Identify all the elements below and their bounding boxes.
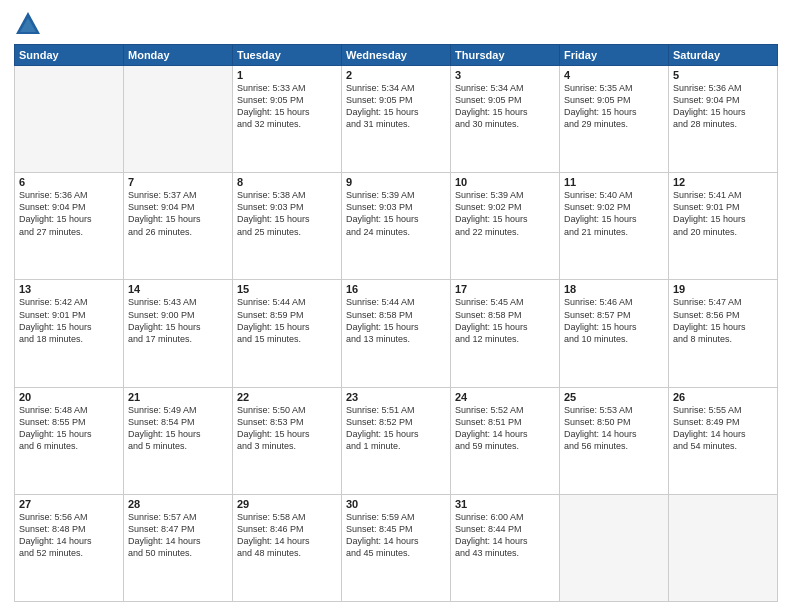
calendar-cell: 24Sunrise: 5:52 AMSunset: 8:51 PMDayligh… [451,387,560,494]
calendar-cell: 9Sunrise: 5:39 AMSunset: 9:03 PMDaylight… [342,173,451,280]
cell-text: Sunrise: 5:36 AMSunset: 9:04 PMDaylight:… [19,189,119,238]
cell-text: Sunrise: 5:41 AMSunset: 9:01 PMDaylight:… [673,189,773,238]
cell-text: Sunrise: 5:40 AMSunset: 9:02 PMDaylight:… [564,189,664,238]
day-number: 19 [673,283,773,295]
cell-text: Sunrise: 5:51 AMSunset: 8:52 PMDaylight:… [346,404,446,453]
day-number: 25 [564,391,664,403]
cell-text: Sunrise: 5:44 AMSunset: 8:59 PMDaylight:… [237,296,337,345]
day-number: 29 [237,498,337,510]
calendar-cell: 10Sunrise: 5:39 AMSunset: 9:02 PMDayligh… [451,173,560,280]
day-number: 5 [673,69,773,81]
day-number: 4 [564,69,664,81]
week-row-5: 27Sunrise: 5:56 AMSunset: 8:48 PMDayligh… [15,494,778,601]
cell-text: Sunrise: 5:39 AMSunset: 9:03 PMDaylight:… [346,189,446,238]
cell-text: Sunrise: 5:39 AMSunset: 9:02 PMDaylight:… [455,189,555,238]
calendar-cell: 22Sunrise: 5:50 AMSunset: 8:53 PMDayligh… [233,387,342,494]
weekday-header-sunday: Sunday [15,45,124,66]
cell-text: Sunrise: 5:59 AMSunset: 8:45 PMDaylight:… [346,511,446,560]
calendar-cell: 28Sunrise: 5:57 AMSunset: 8:47 PMDayligh… [124,494,233,601]
calendar-cell [15,66,124,173]
cell-text: Sunrise: 5:57 AMSunset: 8:47 PMDaylight:… [128,511,228,560]
day-number: 23 [346,391,446,403]
calendar-cell: 12Sunrise: 5:41 AMSunset: 9:01 PMDayligh… [669,173,778,280]
calendar-cell: 27Sunrise: 5:56 AMSunset: 8:48 PMDayligh… [15,494,124,601]
day-number: 2 [346,69,446,81]
cell-text: Sunrise: 5:46 AMSunset: 8:57 PMDaylight:… [564,296,664,345]
day-number: 15 [237,283,337,295]
day-number: 9 [346,176,446,188]
header [14,10,778,38]
cell-text: Sunrise: 5:37 AMSunset: 9:04 PMDaylight:… [128,189,228,238]
calendar-cell: 23Sunrise: 5:51 AMSunset: 8:52 PMDayligh… [342,387,451,494]
calendar-cell: 7Sunrise: 5:37 AMSunset: 9:04 PMDaylight… [124,173,233,280]
cell-text: Sunrise: 5:33 AMSunset: 9:05 PMDaylight:… [237,82,337,131]
cell-text: Sunrise: 5:36 AMSunset: 9:04 PMDaylight:… [673,82,773,131]
calendar-cell: 6Sunrise: 5:36 AMSunset: 9:04 PMDaylight… [15,173,124,280]
day-number: 1 [237,69,337,81]
day-number: 11 [564,176,664,188]
cell-text: Sunrise: 5:53 AMSunset: 8:50 PMDaylight:… [564,404,664,453]
weekday-header-thursday: Thursday [451,45,560,66]
cell-text: Sunrise: 5:44 AMSunset: 8:58 PMDaylight:… [346,296,446,345]
calendar-cell: 16Sunrise: 5:44 AMSunset: 8:58 PMDayligh… [342,280,451,387]
day-number: 24 [455,391,555,403]
calendar-cell: 29Sunrise: 5:58 AMSunset: 8:46 PMDayligh… [233,494,342,601]
calendar-cell: 2Sunrise: 5:34 AMSunset: 9:05 PMDaylight… [342,66,451,173]
cell-text: Sunrise: 5:58 AMSunset: 8:46 PMDaylight:… [237,511,337,560]
day-number: 30 [346,498,446,510]
day-number: 27 [19,498,119,510]
day-number: 10 [455,176,555,188]
day-number: 8 [237,176,337,188]
calendar-table: SundayMondayTuesdayWednesdayThursdayFrid… [14,44,778,602]
calendar-cell: 25Sunrise: 5:53 AMSunset: 8:50 PMDayligh… [560,387,669,494]
page: SundayMondayTuesdayWednesdayThursdayFrid… [0,0,792,612]
day-number: 22 [237,391,337,403]
calendar-cell: 17Sunrise: 5:45 AMSunset: 8:58 PMDayligh… [451,280,560,387]
day-number: 7 [128,176,228,188]
calendar-cell: 20Sunrise: 5:48 AMSunset: 8:55 PMDayligh… [15,387,124,494]
calendar-cell: 18Sunrise: 5:46 AMSunset: 8:57 PMDayligh… [560,280,669,387]
weekday-header-monday: Monday [124,45,233,66]
calendar-cell: 5Sunrise: 5:36 AMSunset: 9:04 PMDaylight… [669,66,778,173]
cell-text: Sunrise: 5:43 AMSunset: 9:00 PMDaylight:… [128,296,228,345]
day-number: 28 [128,498,228,510]
calendar-cell [124,66,233,173]
week-row-1: 1Sunrise: 5:33 AMSunset: 9:05 PMDaylight… [15,66,778,173]
cell-text: Sunrise: 5:55 AMSunset: 8:49 PMDaylight:… [673,404,773,453]
cell-text: Sunrise: 6:00 AMSunset: 8:44 PMDaylight:… [455,511,555,560]
calendar-cell [560,494,669,601]
day-number: 31 [455,498,555,510]
day-number: 17 [455,283,555,295]
cell-text: Sunrise: 5:47 AMSunset: 8:56 PMDaylight:… [673,296,773,345]
day-number: 6 [19,176,119,188]
calendar-cell: 31Sunrise: 6:00 AMSunset: 8:44 PMDayligh… [451,494,560,601]
weekday-header-tuesday: Tuesday [233,45,342,66]
week-row-2: 6Sunrise: 5:36 AMSunset: 9:04 PMDaylight… [15,173,778,280]
calendar-cell: 8Sunrise: 5:38 AMSunset: 9:03 PMDaylight… [233,173,342,280]
day-number: 13 [19,283,119,295]
cell-text: Sunrise: 5:48 AMSunset: 8:55 PMDaylight:… [19,404,119,453]
day-number: 18 [564,283,664,295]
calendar-cell: 26Sunrise: 5:55 AMSunset: 8:49 PMDayligh… [669,387,778,494]
day-number: 16 [346,283,446,295]
day-number: 21 [128,391,228,403]
cell-text: Sunrise: 5:52 AMSunset: 8:51 PMDaylight:… [455,404,555,453]
week-row-4: 20Sunrise: 5:48 AMSunset: 8:55 PMDayligh… [15,387,778,494]
cell-text: Sunrise: 5:35 AMSunset: 9:05 PMDaylight:… [564,82,664,131]
cell-text: Sunrise: 5:34 AMSunset: 9:05 PMDaylight:… [346,82,446,131]
calendar-cell: 1Sunrise: 5:33 AMSunset: 9:05 PMDaylight… [233,66,342,173]
logo-icon [14,10,42,38]
calendar-cell: 19Sunrise: 5:47 AMSunset: 8:56 PMDayligh… [669,280,778,387]
calendar-cell: 4Sunrise: 5:35 AMSunset: 9:05 PMDaylight… [560,66,669,173]
calendar-cell: 15Sunrise: 5:44 AMSunset: 8:59 PMDayligh… [233,280,342,387]
calendar-cell: 3Sunrise: 5:34 AMSunset: 9:05 PMDaylight… [451,66,560,173]
weekday-header-wednesday: Wednesday [342,45,451,66]
day-number: 14 [128,283,228,295]
logo [14,10,46,38]
day-number: 20 [19,391,119,403]
calendar-cell: 11Sunrise: 5:40 AMSunset: 9:02 PMDayligh… [560,173,669,280]
calendar-cell [669,494,778,601]
cell-text: Sunrise: 5:45 AMSunset: 8:58 PMDaylight:… [455,296,555,345]
weekday-header-saturday: Saturday [669,45,778,66]
calendar-cell: 21Sunrise: 5:49 AMSunset: 8:54 PMDayligh… [124,387,233,494]
